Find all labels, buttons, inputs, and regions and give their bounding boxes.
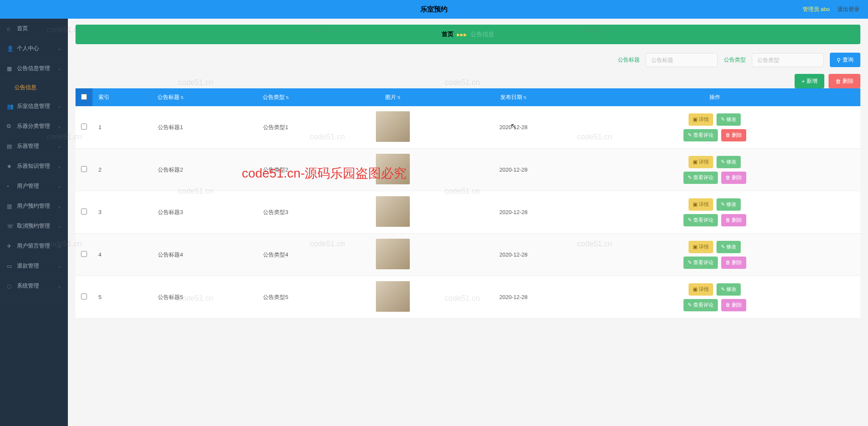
sidebar-item-2[interactable]: ▦公告信息管理⌄: [0, 59, 68, 79]
cell-title: 公告标题2: [118, 149, 223, 191]
col-type[interactable]: 公告类型⇅: [223, 88, 328, 106]
thumbnail-image[interactable]: [376, 111, 410, 142]
detail-icon: ▣: [693, 286, 697, 292]
sidebar-item-0[interactable]: ⌂首页: [0, 19, 68, 39]
row-checkbox[interactable]: [81, 293, 87, 299]
sidebar-item-3[interactable]: 👥乐室信息管理⌄: [0, 96, 68, 116]
cell-title: 公告标题3: [118, 191, 223, 234]
sidebar-subitem[interactable]: 公告信息: [0, 79, 68, 96]
thumbnail-image[interactable]: [376, 196, 410, 227]
sidebar-item-4[interactable]: ⧉乐器分类管理⌄: [0, 116, 68, 136]
row-delete-button[interactable]: 🗑 删除: [721, 299, 746, 311]
cog-icon: ◌: [7, 283, 14, 289]
row-view-button[interactable]: ✎ 查看评论: [683, 172, 718, 184]
sidebar-item-7[interactable]: 🞍用户管理⌄: [0, 176, 68, 196]
col-index[interactable]: 索引: [92, 88, 118, 106]
search-button[interactable]: ⚲ 查询: [830, 53, 860, 67]
sidebar-item-5[interactable]: ▤乐器管理⌄: [0, 136, 68, 156]
sort-icon: ⇅: [523, 95, 526, 100]
search-bar: 公告标题 公告类型 ⚲ 查询: [76, 53, 860, 67]
row-delete-button[interactable]: 🗑 删除: [721, 172, 746, 184]
row-delete-button[interactable]: 🗑 删除: [721, 129, 746, 141]
col-title[interactable]: 公告标题⇅: [118, 88, 223, 106]
breadcrumb: 首页 ▶▶▶ 公告信息: [76, 25, 860, 44]
row-checkbox[interactable]: [81, 166, 87, 172]
row-detail-button[interactable]: ▣ 详情: [689, 241, 713, 253]
row-view-button[interactable]: ✎ 查看评论: [683, 214, 718, 226]
sidebar-item-8[interactable]: ▥用户预约管理⌄: [0, 196, 68, 216]
row-view-button[interactable]: ✎ 查看评论: [683, 299, 718, 311]
cell-actions: ▣ 详情 ✎ 修改 ✎ 查看评论 🗑 删除: [569, 106, 860, 149]
sort-icon: ⇅: [180, 95, 184, 100]
row-edit-button[interactable]: ✎ 修改: [717, 283, 741, 296]
chevron-right-icon: ▶▶▶: [457, 32, 467, 37]
col-image[interactable]: 图片⇅: [328, 88, 458, 106]
cell-image: [328, 106, 458, 149]
sidebar-item-6[interactable]: ★乐器知识管理⌄: [0, 156, 68, 176]
app-title: 乐室预约: [420, 5, 448, 14]
sidebar-item-12[interactable]: ◌系统管理⌄: [0, 276, 68, 296]
sort-icon: ⇅: [397, 95, 400, 100]
breadcrumb-home[interactable]: 首页: [442, 31, 454, 37]
row-delete-button[interactable]: 🗑 删除: [721, 257, 746, 269]
row-view-button[interactable]: ✎ 查看评论: [683, 129, 718, 141]
trash-icon: 🗑: [725, 217, 731, 223]
table-row: 2 公告标题2 公告类型2 2020-12-28 ▣ 详情 ✎ 修改 ✎ 查看评…: [76, 149, 860, 191]
sidebar-item-label: 个人中心: [17, 45, 39, 52]
sidebar-item-label: 退款管理: [17, 262, 39, 270]
chevron-down-icon: ⌄: [58, 224, 61, 229]
sidebar-item-1[interactable]: 👤个人中心⌄: [0, 39, 68, 59]
sidebar-item-9[interactable]: ☏取消预约管理⌄: [0, 216, 68, 236]
thumbnail-image[interactable]: [376, 239, 410, 269]
row-checkbox[interactable]: [81, 124, 87, 130]
row-edit-button[interactable]: ✎ 修改: [717, 156, 741, 168]
cell-actions: ▣ 详情 ✎ 修改 ✎ 查看评论 🗑 删除: [569, 234, 860, 276]
user-badge[interactable]: 管理员 abo: [803, 6, 830, 13]
cell-actions: ▣ 详情 ✎ 修改 ✎ 查看评论 🗑 删除: [569, 191, 860, 234]
top-bar: 乐室预约 管理员 abo 退出登录: [0, 0, 868, 19]
search-title-input[interactable]: [646, 53, 718, 67]
group-icon: 👥: [7, 103, 14, 110]
plus-icon: +: [801, 78, 805, 85]
trash-icon: 🗑: [725, 302, 731, 308]
sidebar-item-label: 乐器分类管理: [17, 122, 50, 130]
sidebar-item-label: 乐室信息管理: [17, 102, 50, 110]
col-date[interactable]: 发布日期⇅: [458, 88, 569, 106]
cell-index: 4: [92, 234, 118, 276]
chevron-down-icon: ⌄: [58, 104, 61, 109]
trash-icon: 🗑: [725, 175, 731, 181]
row-checkbox[interactable]: [81, 251, 87, 257]
doc-icon: ▤: [7, 143, 14, 150]
logout-link[interactable]: 退出登录: [837, 6, 860, 13]
chevron-down-icon: ⌄: [58, 164, 61, 169]
sidebar-item-11[interactable]: ▭退款管理⌄: [0, 256, 68, 276]
add-button[interactable]: + 新增: [795, 74, 824, 88]
thumbnail-image[interactable]: [376, 154, 410, 184]
row-edit-button[interactable]: ✎ 修改: [717, 241, 741, 253]
row-detail-button[interactable]: ▣ 详情: [689, 283, 713, 296]
cell-actions: ▣ 详情 ✎ 修改 ✎ 查看评论 🗑 删除: [569, 276, 860, 319]
sidebar: ⌂首页👤个人中心⌄▦公告信息管理⌄公告信息👥乐室信息管理⌄⧉乐器分类管理⌄▤乐器…: [0, 19, 68, 426]
row-edit-button[interactable]: ✎ 修改: [717, 198, 741, 211]
search-type-input[interactable]: [752, 53, 824, 67]
row-checkbox[interactable]: [81, 209, 87, 214]
row-delete-button[interactable]: 🗑 删除: [721, 214, 746, 226]
trash-icon: 🗑: [835, 78, 841, 85]
sidebar-item-10[interactable]: ✈用户留言管理⌄: [0, 236, 68, 256]
chevron-down-icon: ⌄: [58, 264, 61, 268]
row-edit-button[interactable]: ✎ 修改: [717, 113, 741, 126]
cell-date: 2020-12-28: [458, 234, 569, 276]
home-icon: ⌂: [7, 25, 14, 32]
cell-date: 2020-12-28: [458, 149, 569, 191]
row-detail-button[interactable]: ▣ 详情: [689, 198, 713, 211]
select-all-checkbox[interactable]: [81, 94, 87, 100]
col-select: [76, 88, 92, 106]
delete-button[interactable]: 🗑 删除: [829, 74, 860, 88]
row-detail-button[interactable]: ▣ 详情: [689, 156, 713, 168]
cell-image: [328, 234, 458, 276]
sidebar-item-label: 取消预约管理: [17, 222, 50, 230]
row-detail-button[interactable]: ▣ 详情: [689, 113, 713, 126]
row-view-button[interactable]: ✎ 查看评论: [683, 257, 718, 269]
thumbnail-image[interactable]: [376, 281, 410, 312]
detail-icon: ▣: [693, 116, 697, 122]
